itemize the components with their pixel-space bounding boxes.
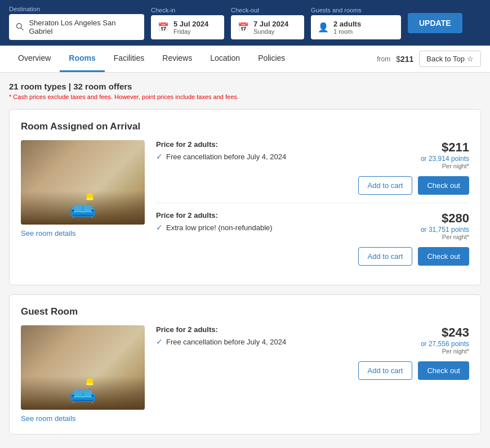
check-out-button-0-1[interactable]: Check out xyxy=(418,247,469,266)
offer-feature-text-1-0: Free cancellation before July 4, 2024 xyxy=(166,338,286,346)
nav-rooms[interactable]: Rooms xyxy=(60,46,104,72)
checkout-label: Check-out xyxy=(231,7,304,14)
guests-rooms: 1 room xyxy=(333,28,361,35)
room-card-body-0: See room details Price for 2 adults: ✓ F… xyxy=(21,140,469,274)
guests-section: Guests and rooms 👤 2 adults 1 room xyxy=(311,7,401,39)
nav-right: from $211 Back to Top ☆ xyxy=(377,51,481,67)
offer-price-0-1: $280 xyxy=(390,211,469,226)
room-card-title-1: Guest Room xyxy=(21,306,469,317)
room-image-col-0: See room details xyxy=(21,140,145,274)
destination-label: Destination xyxy=(9,6,144,12)
destination-section: Destination Sheraton Los Angeles San Gab… xyxy=(9,6,144,40)
guests-field[interactable]: 👤 2 adults 1 room xyxy=(311,15,401,39)
offer-right-1-0: $243 or 27,556 points Per night* xyxy=(390,325,469,355)
nav-overview[interactable]: Overview xyxy=(9,46,60,72)
navigation: Overview Rooms Facilities Reviews Locati… xyxy=(0,46,490,73)
add-to-cart-button-0-1[interactable]: Add to cart xyxy=(358,247,413,266)
checkin-calendar-icon: 📅 xyxy=(158,22,169,33)
offer-feature-0-0: ✓ Free cancellation before July 4, 2024 xyxy=(156,152,390,161)
nav-policies[interactable]: Policies xyxy=(249,46,294,72)
offer-left-0-1: Price for 2 adults: ✓ Extra low price! (… xyxy=(156,211,390,234)
header: Destination Sheraton Los Angeles San Gab… xyxy=(0,0,490,46)
checkin-field[interactable]: 📅 5 Jul 2024 Friday xyxy=(151,15,224,39)
offer-header-0-0: Price for 2 adults: ✓ Free cancellation … xyxy=(156,140,469,169)
currency-symbol: $ xyxy=(396,55,400,64)
checkin-label: Check-in xyxy=(151,7,224,14)
guests-value: 2 adults xyxy=(333,20,361,28)
see-room-details-0[interactable]: See room details xyxy=(21,229,145,238)
destination-input[interactable]: Sheraton Los Angeles San Gabriel xyxy=(9,14,144,40)
offer-title-1-0: Price for 2 adults: xyxy=(156,325,390,334)
room-image-0 xyxy=(21,140,145,225)
offer-row-0-0: Price for 2 adults: ✓ Free cancellation … xyxy=(156,140,469,203)
offer-points-0-0: or 23,914 points xyxy=(390,155,469,163)
checkin-date-text: 5 Jul 2024 Friday xyxy=(173,20,208,35)
room-offers-col-1: Price for 2 adults: ✓ Free cancellation … xyxy=(156,325,469,423)
nav-facilities[interactable]: Facilities xyxy=(105,46,153,72)
offer-per-night-0-1: Per night* xyxy=(390,234,469,240)
checkout-field[interactable]: 📅 7 Jul 2024 Sunday xyxy=(231,15,304,39)
checkin-day: Friday xyxy=(173,28,208,35)
add-to-cart-button-0-0[interactable]: Add to cart xyxy=(358,176,413,195)
see-room-details-1[interactable]: See room details xyxy=(21,414,145,423)
back-to-top-button[interactable]: Back to Top ☆ xyxy=(419,51,481,67)
checkout-day: Sunday xyxy=(253,28,288,35)
room-image-1 xyxy=(21,325,145,410)
up-arrow-icon: ☆ xyxy=(467,55,474,63)
offer-per-night-0-0: Per night* xyxy=(390,163,469,169)
room-image-col-1: See room details xyxy=(21,325,145,423)
update-button[interactable]: UPDATE xyxy=(408,13,462,33)
svg-line-1 xyxy=(21,28,23,30)
offer-row-0-1: Price for 2 adults: ✓ Extra low price! (… xyxy=(156,203,469,274)
nav-reviews[interactable]: Reviews xyxy=(153,46,201,72)
add-to-cart-button-1-0[interactable]: Add to cart xyxy=(358,361,413,380)
room-offers-col-0: Price for 2 adults: ✓ Free cancellation … xyxy=(156,140,469,274)
offer-row-1-0: Price for 2 adults: ✓ Free cancellation … xyxy=(156,325,469,388)
offer-actions-1-0: Add to cart Check out xyxy=(156,361,469,380)
from-price: $211 xyxy=(396,55,413,64)
check-icon-0-0: ✓ xyxy=(156,152,163,161)
price-value: 211 xyxy=(400,55,413,64)
offer-header-0-1: Price for 2 adults: ✓ Extra low price! (… xyxy=(156,211,469,240)
checkout-date-text: 7 Jul 2024 Sunday xyxy=(253,20,288,35)
price-note: * Cash prices exclude taxes and fees. Ho… xyxy=(9,93,481,100)
offer-actions-0-1: Add to cart Check out xyxy=(156,247,469,266)
offer-price-0-0: $211 xyxy=(390,140,469,155)
offer-feature-text-0-1: Extra low price! (non-refundable) xyxy=(166,223,273,232)
offer-feature-1-0: ✓ Free cancellation before July 4, 2024 xyxy=(156,337,390,346)
search-icon xyxy=(16,23,24,32)
destination-value: Sheraton Los Angeles San Gabriel xyxy=(29,19,137,35)
nav-links: Overview Rooms Facilities Reviews Locati… xyxy=(9,46,294,72)
offer-feature-text-0-0: Free cancellation before July 4, 2024 xyxy=(166,153,286,161)
check-icon-1-0: ✓ xyxy=(156,337,163,346)
room-card-1: Guest Room See room details Price for 2 … xyxy=(9,294,481,434)
checkin-date: 5 Jul 2024 xyxy=(173,20,208,28)
offer-right-0-0: $211 or 23,914 points Per night* xyxy=(390,140,469,169)
room-card-body-1: See room details Price for 2 adults: ✓ F… xyxy=(21,325,469,423)
offer-header-1-0: Price for 2 adults: ✓ Free cancellation … xyxy=(156,325,469,355)
svg-point-0 xyxy=(16,24,21,29)
guests-label: Guests and rooms xyxy=(311,7,401,14)
offer-left-1-0: Price for 2 adults: ✓ Free cancellation … xyxy=(156,325,390,348)
nav-location[interactable]: Location xyxy=(201,46,249,72)
check-out-button-1-0[interactable]: Check out xyxy=(418,361,469,380)
back-to-top-label: Back to Top xyxy=(426,55,465,63)
rooms-container: Room Assigned on Arrival See room detail… xyxy=(9,109,481,434)
checkout-section: Check-out 📅 7 Jul 2024 Sunday xyxy=(231,7,304,39)
checkout-date: 7 Jul 2024 xyxy=(253,20,288,28)
offer-title-0-0: Price for 2 adults: xyxy=(156,140,390,149)
offer-right-0-1: $280 or 31,751 points Per night* xyxy=(390,211,469,240)
room-card-title-0: Room Assigned on Arrival xyxy=(21,121,469,132)
offer-points-1-0: or 27,556 points xyxy=(390,340,469,348)
offer-price-1-0: $243 xyxy=(390,325,469,340)
from-label: from xyxy=(377,55,390,63)
guests-text: 2 adults 1 room xyxy=(333,20,361,35)
check-icon-0-1: ✓ xyxy=(156,223,163,232)
offer-left-0-0: Price for 2 adults: ✓ Free cancellation … xyxy=(156,140,390,163)
guests-icon: 👤 xyxy=(318,22,329,33)
offer-feature-0-1: ✓ Extra low price! (non-refundable) xyxy=(156,223,390,232)
checkin-section: Check-in 📅 5 Jul 2024 Friday xyxy=(151,7,224,39)
offer-points-0-1: or 31,751 points xyxy=(390,226,469,234)
check-out-button-0-0[interactable]: Check out xyxy=(418,176,469,195)
room-card-0: Room Assigned on Arrival See room detail… xyxy=(9,109,481,285)
